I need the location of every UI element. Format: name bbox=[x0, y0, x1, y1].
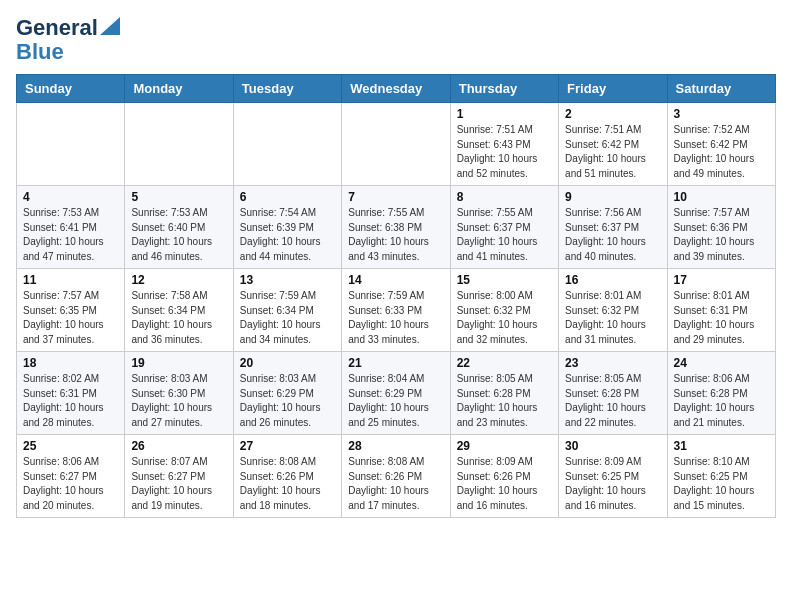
page-header: General Blue bbox=[16, 16, 776, 64]
calendar-week-row: 25Sunrise: 8:06 AM Sunset: 6:27 PM Dayli… bbox=[17, 435, 776, 518]
calendar-cell: 18Sunrise: 8:02 AM Sunset: 6:31 PM Dayli… bbox=[17, 352, 125, 435]
day-number: 17 bbox=[674, 273, 769, 287]
day-number: 3 bbox=[674, 107, 769, 121]
calendar-cell: 6Sunrise: 7:54 AM Sunset: 6:39 PM Daylig… bbox=[233, 186, 341, 269]
day-info: Sunrise: 8:01 AM Sunset: 6:32 PM Dayligh… bbox=[565, 289, 660, 347]
day-info: Sunrise: 7:53 AM Sunset: 6:40 PM Dayligh… bbox=[131, 206, 226, 264]
day-info: Sunrise: 7:57 AM Sunset: 6:35 PM Dayligh… bbox=[23, 289, 118, 347]
day-info: Sunrise: 8:08 AM Sunset: 6:26 PM Dayligh… bbox=[240, 455, 335, 513]
calendar-cell: 12Sunrise: 7:58 AM Sunset: 6:34 PM Dayli… bbox=[125, 269, 233, 352]
day-info: Sunrise: 8:08 AM Sunset: 6:26 PM Dayligh… bbox=[348, 455, 443, 513]
calendar-day-header: Sunday bbox=[17, 75, 125, 103]
calendar-day-header: Saturday bbox=[667, 75, 775, 103]
day-number: 28 bbox=[348, 439, 443, 453]
day-number: 15 bbox=[457, 273, 552, 287]
day-info: Sunrise: 7:53 AM Sunset: 6:41 PM Dayligh… bbox=[23, 206, 118, 264]
calendar-cell bbox=[233, 103, 341, 186]
day-number: 25 bbox=[23, 439, 118, 453]
calendar-day-header: Wednesday bbox=[342, 75, 450, 103]
day-info: Sunrise: 8:09 AM Sunset: 6:25 PM Dayligh… bbox=[565, 455, 660, 513]
day-info: Sunrise: 7:59 AM Sunset: 6:34 PM Dayligh… bbox=[240, 289, 335, 347]
calendar-week-row: 11Sunrise: 7:57 AM Sunset: 6:35 PM Dayli… bbox=[17, 269, 776, 352]
day-info: Sunrise: 8:03 AM Sunset: 6:30 PM Dayligh… bbox=[131, 372, 226, 430]
day-number: 27 bbox=[240, 439, 335, 453]
day-info: Sunrise: 8:06 AM Sunset: 6:27 PM Dayligh… bbox=[23, 455, 118, 513]
calendar-cell: 30Sunrise: 8:09 AM Sunset: 6:25 PM Dayli… bbox=[559, 435, 667, 518]
logo-text-blue: Blue bbox=[16, 39, 64, 64]
calendar-cell: 25Sunrise: 8:06 AM Sunset: 6:27 PM Dayli… bbox=[17, 435, 125, 518]
calendar-cell: 21Sunrise: 8:04 AM Sunset: 6:29 PM Dayli… bbox=[342, 352, 450, 435]
day-number: 30 bbox=[565, 439, 660, 453]
calendar-cell: 28Sunrise: 8:08 AM Sunset: 6:26 PM Dayli… bbox=[342, 435, 450, 518]
calendar-day-header: Friday bbox=[559, 75, 667, 103]
day-info: Sunrise: 7:52 AM Sunset: 6:42 PM Dayligh… bbox=[674, 123, 769, 181]
day-info: Sunrise: 8:01 AM Sunset: 6:31 PM Dayligh… bbox=[674, 289, 769, 347]
day-info: Sunrise: 8:05 AM Sunset: 6:28 PM Dayligh… bbox=[457, 372, 552, 430]
calendar-cell: 15Sunrise: 8:00 AM Sunset: 6:32 PM Dayli… bbox=[450, 269, 558, 352]
calendar-cell: 8Sunrise: 7:55 AM Sunset: 6:37 PM Daylig… bbox=[450, 186, 558, 269]
logo-arrow-icon bbox=[100, 17, 120, 35]
logo: General Blue bbox=[16, 16, 120, 64]
day-number: 12 bbox=[131, 273, 226, 287]
calendar-header-row: SundayMondayTuesdayWednesdayThursdayFrid… bbox=[17, 75, 776, 103]
calendar-cell: 23Sunrise: 8:05 AM Sunset: 6:28 PM Dayli… bbox=[559, 352, 667, 435]
calendar-cell: 5Sunrise: 7:53 AM Sunset: 6:40 PM Daylig… bbox=[125, 186, 233, 269]
day-number: 8 bbox=[457, 190, 552, 204]
day-info: Sunrise: 7:57 AM Sunset: 6:36 PM Dayligh… bbox=[674, 206, 769, 264]
day-info: Sunrise: 8:00 AM Sunset: 6:32 PM Dayligh… bbox=[457, 289, 552, 347]
calendar-week-row: 18Sunrise: 8:02 AM Sunset: 6:31 PM Dayli… bbox=[17, 352, 776, 435]
day-number: 7 bbox=[348, 190, 443, 204]
day-number: 5 bbox=[131, 190, 226, 204]
calendar-cell: 4Sunrise: 7:53 AM Sunset: 6:41 PM Daylig… bbox=[17, 186, 125, 269]
day-info: Sunrise: 8:03 AM Sunset: 6:29 PM Dayligh… bbox=[240, 372, 335, 430]
day-number: 23 bbox=[565, 356, 660, 370]
logo-text-general: General bbox=[16, 16, 98, 40]
day-info: Sunrise: 8:04 AM Sunset: 6:29 PM Dayligh… bbox=[348, 372, 443, 430]
day-info: Sunrise: 8:09 AM Sunset: 6:26 PM Dayligh… bbox=[457, 455, 552, 513]
calendar-cell: 29Sunrise: 8:09 AM Sunset: 6:26 PM Dayli… bbox=[450, 435, 558, 518]
day-info: Sunrise: 7:51 AM Sunset: 6:43 PM Dayligh… bbox=[457, 123, 552, 181]
day-info: Sunrise: 7:51 AM Sunset: 6:42 PM Dayligh… bbox=[565, 123, 660, 181]
day-info: Sunrise: 8:06 AM Sunset: 6:28 PM Dayligh… bbox=[674, 372, 769, 430]
day-number: 20 bbox=[240, 356, 335, 370]
calendar-cell: 22Sunrise: 8:05 AM Sunset: 6:28 PM Dayli… bbox=[450, 352, 558, 435]
day-info: Sunrise: 7:56 AM Sunset: 6:37 PM Dayligh… bbox=[565, 206, 660, 264]
day-info: Sunrise: 8:02 AM Sunset: 6:31 PM Dayligh… bbox=[23, 372, 118, 430]
calendar-week-row: 4Sunrise: 7:53 AM Sunset: 6:41 PM Daylig… bbox=[17, 186, 776, 269]
calendar-cell: 7Sunrise: 7:55 AM Sunset: 6:38 PM Daylig… bbox=[342, 186, 450, 269]
day-info: Sunrise: 8:07 AM Sunset: 6:27 PM Dayligh… bbox=[131, 455, 226, 513]
calendar-cell: 1Sunrise: 7:51 AM Sunset: 6:43 PM Daylig… bbox=[450, 103, 558, 186]
day-number: 13 bbox=[240, 273, 335, 287]
day-number: 24 bbox=[674, 356, 769, 370]
calendar-day-header: Thursday bbox=[450, 75, 558, 103]
day-info: Sunrise: 8:05 AM Sunset: 6:28 PM Dayligh… bbox=[565, 372, 660, 430]
calendar-cell: 3Sunrise: 7:52 AM Sunset: 6:42 PM Daylig… bbox=[667, 103, 775, 186]
calendar-cell: 16Sunrise: 8:01 AM Sunset: 6:32 PM Dayli… bbox=[559, 269, 667, 352]
day-number: 29 bbox=[457, 439, 552, 453]
day-number: 1 bbox=[457, 107, 552, 121]
calendar-cell bbox=[17, 103, 125, 186]
calendar-day-header: Tuesday bbox=[233, 75, 341, 103]
calendar-cell: 27Sunrise: 8:08 AM Sunset: 6:26 PM Dayli… bbox=[233, 435, 341, 518]
day-number: 9 bbox=[565, 190, 660, 204]
day-number: 6 bbox=[240, 190, 335, 204]
day-number: 31 bbox=[674, 439, 769, 453]
calendar-table: SundayMondayTuesdayWednesdayThursdayFrid… bbox=[16, 74, 776, 518]
calendar-cell: 9Sunrise: 7:56 AM Sunset: 6:37 PM Daylig… bbox=[559, 186, 667, 269]
calendar-cell: 14Sunrise: 7:59 AM Sunset: 6:33 PM Dayli… bbox=[342, 269, 450, 352]
calendar-cell: 20Sunrise: 8:03 AM Sunset: 6:29 PM Dayli… bbox=[233, 352, 341, 435]
day-info: Sunrise: 7:55 AM Sunset: 6:38 PM Dayligh… bbox=[348, 206, 443, 264]
calendar-cell bbox=[125, 103, 233, 186]
day-number: 21 bbox=[348, 356, 443, 370]
calendar-cell: 26Sunrise: 8:07 AM Sunset: 6:27 PM Dayli… bbox=[125, 435, 233, 518]
day-number: 11 bbox=[23, 273, 118, 287]
calendar-cell: 17Sunrise: 8:01 AM Sunset: 6:31 PM Dayli… bbox=[667, 269, 775, 352]
calendar-cell: 11Sunrise: 7:57 AM Sunset: 6:35 PM Dayli… bbox=[17, 269, 125, 352]
day-info: Sunrise: 7:59 AM Sunset: 6:33 PM Dayligh… bbox=[348, 289, 443, 347]
calendar-cell: 2Sunrise: 7:51 AM Sunset: 6:42 PM Daylig… bbox=[559, 103, 667, 186]
day-number: 10 bbox=[674, 190, 769, 204]
day-number: 19 bbox=[131, 356, 226, 370]
calendar-week-row: 1Sunrise: 7:51 AM Sunset: 6:43 PM Daylig… bbox=[17, 103, 776, 186]
day-number: 14 bbox=[348, 273, 443, 287]
calendar-day-header: Monday bbox=[125, 75, 233, 103]
